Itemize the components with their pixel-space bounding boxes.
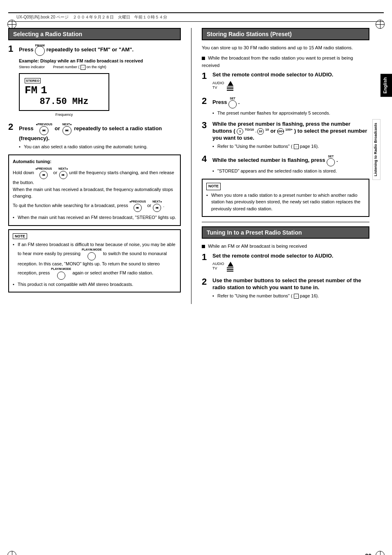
set-btn-2 [228,100,237,108]
step-2-content: Press ●PREVIOUS ⏮ or NEXT● ⏭ repeatedly … [19,122,181,151]
tuning-step-2-content: Use the number buttons to select the pre… [212,277,369,300]
tuning-step-2: 2 Use the number buttons to select the p… [202,277,369,300]
step-2-number: 2 [8,122,16,131]
page-header: UX-Q09[UN].book 20 ページ ２００４年９月２８日 火曜日 午前… [8,12,384,22]
left-note-box: NOTE If an FM stereo broadcast is diffic… [8,229,181,293]
play-mode2-label: PLAY/M.MODE [51,267,71,272]
prev-button: ⏮ [39,126,48,135]
step-2-detail: You can also select a radio station usin… [19,143,181,150]
t-sel-line-3 [227,271,233,272]
auto-tuning-box: Automatic tuning: Hold down ●PREVIOUS ⏮ … [8,154,181,226]
storing-intro: You can store up to 30 FM radio stations… [202,44,369,51]
storing-step-2-detail: The preset number flashes for approximat… [212,110,369,117]
main-content: Selecting a Radio Station 1 Press FM/AM … [0,24,392,312]
storing-step-3-content: While the preset number is flashing, pre… [212,121,369,151]
play-mode2-btn [57,272,65,280]
crosshair-top-left [7,20,16,29]
ref-icon-3: ☞ [294,144,299,149]
page-number: 20 [365,553,371,555]
at-prev-btn: ⏮ [39,171,48,179]
step-1: 1 Press FM/AM repeatedly to select "FM" … [8,44,181,119]
to-label: TO/10 [245,128,254,131]
step-2: 2 Press ●PREVIOUS ⏮ or NEXT● ⏭ rep [8,122,181,151]
fm-label-display: FM [25,84,37,97]
storing-step-2-title: Press SET . [212,97,369,108]
tuning-step-2-num: 2 [202,277,209,286]
storing-step-1-title: Set the remote control mode selector to … [212,71,369,78]
set-btn-4 [327,158,335,166]
at-next2-btn: ⏭ [153,204,161,212]
to-label2: 10 [265,128,269,131]
tuning-section-header: Tuning In to a Preset Radio Station [202,226,369,239]
num-btn-1: 1 [237,128,243,135]
storing-step-4: 4 While the selected number is flashing,… [202,154,369,176]
crosshair-bottom-right [376,551,385,555]
fm-frequency: 87.50 MHz [25,97,104,107]
storing-note-text: When you store a radio station to a pres… [206,192,365,212]
t-audio-text: AUDIO [212,262,224,266]
play-mode-label: PLAY/M.MODE [82,248,102,252]
step-1-content: Press FM/AM repeatedly to select "FM" or… [19,44,181,119]
at-next2-label: NEXT● [152,200,162,204]
next-superscript: NEXT● [62,122,72,126]
storing-step-3-detail: Refer to "Using the number buttons" ( ☞ … [212,143,369,150]
storing-step-3-title: While the preset number is flashing, pre… [212,121,369,142]
tuning-audio-selector: AUDIO TV [212,262,369,272]
storing-step-1-content: Set the remote control mode selector to … [212,71,369,93]
display-labels: Stereo indicator Preset number ( ☞ on th… [19,65,181,70]
t-tv-text: TV [212,266,224,270]
to-label3: 100+ [285,128,293,131]
storing-step-4-detail: "STORED" appears and the selected radio … [212,168,369,175]
tuning-step-1-num: 1 [202,253,209,262]
audio-selector-diagram: AUDIO TV [212,81,369,91]
ref-icon-t2: ☞ [294,294,299,299]
crosshair-bottom-left [7,551,16,555]
tuning-step-1-content: Set the remote control mode selector to … [212,253,369,274]
prev-superscript: ●PREVIOUS [36,122,52,126]
tuning-step-1: 1 Set the remote control mode selector t… [202,253,369,274]
tv-text: TV [212,85,224,90]
storing-step-4-num: 4 [202,154,209,164]
selecting-section-header: Selecting a Radio Station [8,28,181,40]
tuning-condition: While an FM or AM broadcast is being rec… [202,243,369,250]
auto-tuning-title: Automatic tuning: [13,158,176,165]
fm-display-area: Stereo indicator Preset number ( ☞ on th… [19,65,181,117]
tuning-title: Tuning In to a Preset Radio Station [207,229,302,236]
set-label-2: SET [230,97,235,100]
auto-tuning-text: Hold down ●PREVIOUS ⏮ or NEXT● ⏭ until t… [13,167,176,212]
square-bullet-icon-2 [202,245,205,248]
storing-note-label: NOTE [206,183,221,190]
sel-line-1 [227,87,233,88]
fm-channel: 1 [41,84,47,97]
side-label-listening: Listening to Radio Broadcasts [372,119,380,180]
storing-step-2: 2 Press SET . The preset number flashes … [202,97,369,118]
step-2-title: Press ●PREVIOUS ⏮ or NEXT● ⏭ repeatedly … [19,122,181,142]
t-sel-line-2 [227,269,233,270]
next-button: ⏭ [62,126,71,135]
preset-label: Preset number ( ☞ on the right) [53,65,106,70]
storing-note-box: NOTE When you store a radio station to a… [202,179,369,217]
selector-arrow [228,81,233,86]
storing-step-2-num: 2 [202,97,209,106]
stereo-note: When the main unit has received an FM st… [13,214,176,221]
at-prev2-btn: ⏮ [134,204,142,212]
left-column: Selecting a Radio Station 1 Press FM/AM … [8,28,181,304]
storing-title: Storing Radio Stations (Preset) [207,31,292,37]
tuning-step-2-title: Use the number buttons to select the pre… [212,277,369,291]
storing-condition: While the broadcast from the radio stati… [202,55,369,69]
set-label-4: SET [328,154,334,158]
num-btn-10: 10 [257,128,264,135]
selecting-title: Selecting a Radio Station [13,31,82,37]
sel-line-3 [227,90,233,91]
at-next-btn: ⏭ [59,171,67,179]
storing-step-4-title: While the selected number is flashing, p… [212,154,369,166]
square-bullet-icon [202,57,205,60]
side-tab-english: English [380,74,392,97]
storing-step-3: 3 While the preset number is flashing, p… [202,121,369,151]
tuning-condition-text: While an FM or AM broadcast is being rec… [208,244,307,249]
fm-freq-row: FM 1 [25,84,104,97]
note-item-2: This product is not compatible with AM s… [13,281,176,288]
storing-section-header: Storing Radio Stations (Preset) [202,28,369,40]
at-next-label: NEXT● [58,167,68,171]
storing-step-1: 1 Set the remote control mode selector t… [202,71,369,93]
